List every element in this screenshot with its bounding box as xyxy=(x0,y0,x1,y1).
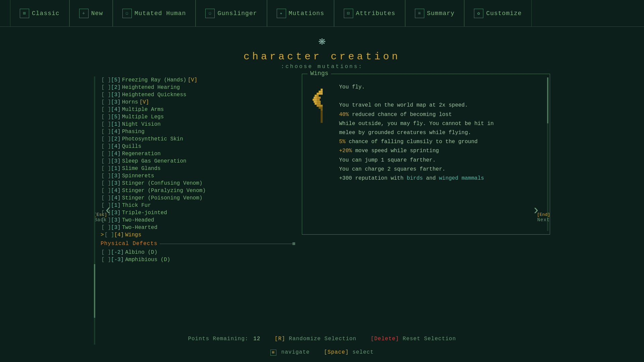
svg-rect-16 xyxy=(321,111,323,123)
svg-rect-14 xyxy=(319,107,323,109)
info-line xyxy=(339,92,543,101)
list-item[interactable]: [ ][4]Regeneration xyxy=(101,150,295,158)
info-panel: Wings xyxy=(295,73,557,348)
bottom-status-bar: Points Remaining: 12 [R] Randomize Selec… xyxy=(0,336,644,342)
nav-attributes[interactable]: ⊡ Attributes xyxy=(334,0,405,26)
info-line: You fly. xyxy=(339,83,543,92)
list-item[interactable]: [ ][1]Slime Glands xyxy=(101,165,295,172)
info-line: melee by grounded creatures while flying… xyxy=(339,128,543,137)
list-item[interactable]: [ ][-2]Albino (D) xyxy=(101,249,295,256)
svg-rect-1 xyxy=(319,91,323,93)
info-line: 5% chance of falling clumsily to the gro… xyxy=(339,137,543,146)
next-arrow[interactable]: › xyxy=(532,203,540,218)
attributes-icon: ⊡ xyxy=(344,9,353,18)
classic-icon: ⊞ xyxy=(20,9,29,18)
points-value: 12 xyxy=(253,336,260,342)
new-icon: + xyxy=(79,9,89,18)
svg-rect-7 xyxy=(313,99,317,101)
list-item[interactable]: [ ][2]Photosynthetic Skin xyxy=(101,135,295,143)
nav-classic[interactable]: ⊞ Classic xyxy=(10,0,69,26)
navigate-icon: ⊞ xyxy=(270,350,276,356)
scroll-bar[interactable] xyxy=(94,76,95,345)
list-item[interactable]: [ ][3]Sleep Gas Generation xyxy=(101,158,295,165)
info-box: Wings xyxy=(302,74,550,235)
nav-right-area: › [End] Next xyxy=(537,199,550,223)
nav-mutations[interactable]: ✦ Mutations xyxy=(267,0,334,26)
delete-key: [Delete] xyxy=(371,336,399,342)
scroll-thumb xyxy=(94,264,95,318)
select-label: select xyxy=(353,349,374,355)
list-item[interactable]: [ ][4]Quills xyxy=(101,143,295,150)
list-item[interactable]: [ ][-3]Amphibious (D) xyxy=(101,256,295,263)
svg-rect-4 xyxy=(317,95,319,97)
svg-rect-10 xyxy=(317,101,321,103)
nav-gunslinger[interactable]: ☺ Gunslinger xyxy=(196,0,267,26)
mutations-icon: ✦ xyxy=(277,9,286,18)
nav-new[interactable]: + New xyxy=(69,0,113,26)
info-box-title: Wings xyxy=(308,70,331,77)
svg-rect-5 xyxy=(314,97,317,99)
nav-customize[interactable]: ✿ Customize xyxy=(464,0,531,26)
list-item[interactable]: [ ][3]Two-Hearted xyxy=(101,224,295,231)
page-title: character creation xyxy=(244,51,400,62)
list-item[interactable]: [ ][3]Spinnerets xyxy=(101,172,295,180)
logo-icon: ❋ xyxy=(318,34,326,48)
info-line: You travel on the world map at 2x speed. xyxy=(339,101,543,110)
list-item[interactable]: [ ][4]Phasing xyxy=(101,128,295,135)
wings-icon xyxy=(309,86,332,183)
svg-rect-15 xyxy=(321,109,323,111)
main-content: ‹ [Esc] Back [ ][5]Freezing Ray (Hands) … xyxy=(87,73,557,348)
svg-rect-12 xyxy=(317,103,321,105)
customize-icon: ✿ xyxy=(474,9,483,18)
info-content: You fly. You travel on the world map at … xyxy=(309,83,543,183)
randomize-key: [R] xyxy=(275,336,285,342)
mutation-list-panel: [ ][5]Freezing Ray (Hands) [V] [ ][2]Hei… xyxy=(87,73,295,348)
list-item[interactable]: [ ][5]Freezing Ray (Hands) [V] xyxy=(101,76,295,84)
info-line: You can charge 2 squares farther. xyxy=(339,165,543,174)
svg-rect-11 xyxy=(315,103,317,105)
list-item[interactable]: [ ][3]Horns [V] xyxy=(101,99,295,106)
top-navigation: ⊞ Classic + New ☺ Mutated Human ☺ Gunsli… xyxy=(0,0,644,27)
list-item-selected[interactable]: [ ][4]Wings xyxy=(101,231,295,239)
list-item[interactable]: [ ][4]Multiple Arms xyxy=(101,106,295,113)
page-subtitle: :choose mutations: xyxy=(281,64,363,70)
mutations-list: [ ][5]Freezing Ray (Hands) [V] [ ][2]Hei… xyxy=(101,76,295,239)
navigate-label: navigate xyxy=(281,349,310,355)
list-item[interactable]: [ ][3]Two-Headed xyxy=(101,217,295,224)
list-item[interactable]: [ ][1]Night Vision xyxy=(101,121,295,128)
physical-defects-divider: Physical Defects xyxy=(101,241,295,247)
info-line: +20% move speed while sprinting xyxy=(339,146,543,156)
summary-icon: ≡ xyxy=(415,9,424,18)
svg-rect-9 xyxy=(314,101,317,103)
footer-bar: ⊞ navigate [Space] select xyxy=(0,349,644,355)
info-line: 40% reduced chance of becoming lost xyxy=(339,110,543,119)
svg-rect-0 xyxy=(321,89,323,91)
info-description: You fly. You travel on the world map at … xyxy=(339,83,543,183)
right-scroll-thumb xyxy=(547,77,548,123)
svg-rect-6 xyxy=(317,97,321,99)
nav-mutated-human[interactable]: ☺ Mutated Human xyxy=(113,0,196,26)
gunslinger-icon: ☺ xyxy=(205,9,215,18)
list-item[interactable]: [ ][4]Stinger (Paralyzing Venom) xyxy=(101,187,295,194)
header: ❋ character creation :choose mutations: xyxy=(0,27,644,73)
info-line: +300 reputation with birds and winged ma… xyxy=(339,174,543,183)
mutated-human-icon: ☺ xyxy=(122,9,132,18)
list-item[interactable]: [ ][4]Stinger (Poisoning Venom) xyxy=(101,194,295,202)
list-item[interactable]: [ ][2]Heightened Hearing xyxy=(101,84,295,91)
randomize-label: Randomize Selection xyxy=(289,336,356,342)
info-line: While outside, you may fly. You cannot b… xyxy=(339,119,543,128)
nav-summary[interactable]: ≡ Summary xyxy=(405,0,465,26)
svg-rect-13 xyxy=(317,105,323,107)
points-remaining-label: Points Remaining: xyxy=(188,336,248,342)
space-key: [Space] xyxy=(324,349,349,355)
list-item[interactable]: [ ][5]Multiple Legs xyxy=(101,113,295,121)
info-line: You can jump 1 square farther. xyxy=(339,156,543,165)
defects-list: [ ][-2]Albino (D) [ ][-3]Amphibious (D) xyxy=(101,249,295,263)
list-item[interactable]: [ ][3]Triple-jointed xyxy=(101,209,295,217)
list-item[interactable]: [ ][1]Thick Fur xyxy=(101,202,295,209)
list-item[interactable]: [ ][3]Stinger (Confusing Venom) xyxy=(101,180,295,187)
svg-rect-8 xyxy=(317,99,320,101)
reset-label: Reset Selection xyxy=(403,336,456,342)
list-item[interactable]: [ ][3]Heightened Quickness xyxy=(101,91,295,99)
svg-rect-2 xyxy=(317,93,323,95)
